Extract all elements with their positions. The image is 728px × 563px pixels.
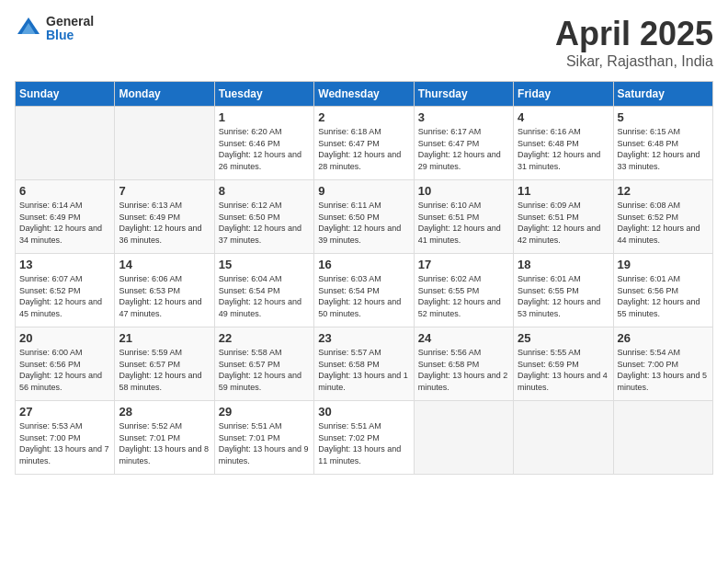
day-number: 26 [618,331,709,345]
day-number: 2 [318,110,409,124]
calendar-cell: 25Sunrise: 5:55 AM Sunset: 6:59 PM Dayli… [514,327,613,401]
logo-icon [15,15,42,42]
calendar-cell: 5Sunrise: 6:15 AM Sunset: 6:48 PM Daylig… [613,107,712,180]
calendar-cell: 18Sunrise: 6:01 AM Sunset: 6:55 PM Dayli… [514,254,613,327]
logo-blue-text: Blue [46,29,94,42]
calendar-cell: 24Sunrise: 5:56 AM Sunset: 6:58 PM Dayli… [414,327,513,401]
calendar-cell: 15Sunrise: 6:04 AM Sunset: 6:54 PM Dayli… [214,254,313,327]
location-subtitle: Sikar, Rajasthan, India [555,53,713,70]
day-info: Sunrise: 6:17 AM Sunset: 6:47 PM Dayligh… [418,126,509,172]
calendar-cell [16,107,115,180]
day-number: 24 [418,331,509,345]
day-header-tuesday: Tuesday [214,82,313,107]
day-info: Sunrise: 6:20 AM Sunset: 6:46 PM Dayligh… [219,126,310,172]
day-info: Sunrise: 6:00 AM Sunset: 6:56 PM Dayligh… [19,347,110,393]
day-number: 29 [219,405,310,419]
calendar-cell: 11Sunrise: 6:09 AM Sunset: 6:51 PM Dayli… [514,180,613,254]
calendar-cell: 14Sunrise: 6:06 AM Sunset: 6:53 PM Dayli… [115,254,214,327]
day-number: 22 [219,331,310,345]
day-header-monday: Monday [115,82,214,107]
day-number: 18 [518,258,609,271]
calendar-cell: 21Sunrise: 5:59 AM Sunset: 6:57 PM Dayli… [115,327,214,401]
calendar-table: SundayMondayTuesdayWednesdayThursdayFrid… [15,81,713,475]
day-number: 7 [119,184,210,198]
day-number: 3 [418,110,509,124]
calendar-cell: 30Sunrise: 5:51 AM Sunset: 7:02 PM Dayli… [314,401,414,475]
day-number: 8 [219,184,310,198]
day-info: Sunrise: 5:54 AM Sunset: 7:00 PM Dayligh… [618,347,709,393]
day-number: 4 [518,110,609,124]
calendar-week-row: 20Sunrise: 6:00 AM Sunset: 6:56 PM Dayli… [16,327,713,401]
day-header-sunday: Sunday [16,82,115,107]
month-title: April 2025 [555,15,713,53]
day-info: Sunrise: 5:56 AM Sunset: 6:58 PM Dayligh… [418,347,509,393]
calendar-cell: 28Sunrise: 5:52 AM Sunset: 7:01 PM Dayli… [115,401,214,475]
day-number: 21 [119,331,210,345]
calendar-cell: 10Sunrise: 6:10 AM Sunset: 6:51 PM Dayli… [414,180,513,254]
day-info: Sunrise: 6:06 AM Sunset: 6:53 PM Dayligh… [119,273,210,319]
day-info: Sunrise: 6:10 AM Sunset: 6:51 PM Dayligh… [418,200,509,246]
day-header-friday: Friday [514,82,613,107]
day-info: Sunrise: 6:14 AM Sunset: 6:49 PM Dayligh… [19,200,110,246]
header: General Blue April 2025 Sikar, Rajasthan… [15,15,713,70]
calendar-cell: 19Sunrise: 6:01 AM Sunset: 6:56 PM Dayli… [613,254,712,327]
logo: General Blue [15,15,94,43]
day-info: Sunrise: 5:58 AM Sunset: 6:57 PM Dayligh… [219,347,310,393]
day-header-saturday: Saturday [613,82,712,107]
calendar-cell: 8Sunrise: 6:12 AM Sunset: 6:50 PM Daylig… [214,180,313,254]
day-info: Sunrise: 6:15 AM Sunset: 6:48 PM Dayligh… [618,126,709,172]
day-number: 23 [318,331,409,345]
day-number: 12 [618,184,709,198]
calendar-week-row: 27Sunrise: 5:53 AM Sunset: 7:00 PM Dayli… [16,401,713,475]
day-number: 30 [318,405,409,419]
day-info: Sunrise: 5:57 AM Sunset: 6:58 PM Dayligh… [318,347,409,393]
calendar-cell: 16Sunrise: 6:03 AM Sunset: 6:54 PM Dayli… [314,254,414,327]
day-number: 11 [518,184,609,198]
day-header-thursday: Thursday [414,82,513,107]
day-info: Sunrise: 6:01 AM Sunset: 6:56 PM Dayligh… [618,273,709,319]
day-info: Sunrise: 5:55 AM Sunset: 6:59 PM Dayligh… [518,347,609,393]
day-number: 25 [518,331,609,345]
calendar-cell: 26Sunrise: 5:54 AM Sunset: 7:00 PM Dayli… [613,327,712,401]
calendar-week-row: 6Sunrise: 6:14 AM Sunset: 6:49 PM Daylig… [16,180,713,254]
day-number: 15 [219,258,310,271]
day-info: Sunrise: 6:02 AM Sunset: 6:55 PM Dayligh… [418,273,509,319]
day-info: Sunrise: 6:09 AM Sunset: 6:51 PM Dayligh… [518,200,609,246]
day-info: Sunrise: 6:01 AM Sunset: 6:55 PM Dayligh… [518,273,609,319]
title-area: April 2025 Sikar, Rajasthan, India [555,15,713,70]
calendar-body: 1Sunrise: 6:20 AM Sunset: 6:46 PM Daylig… [16,107,713,475]
day-info: Sunrise: 6:16 AM Sunset: 6:48 PM Dayligh… [518,126,609,172]
calendar-cell [514,401,613,475]
day-info: Sunrise: 6:08 AM Sunset: 6:52 PM Dayligh… [618,200,709,246]
day-info: Sunrise: 5:52 AM Sunset: 7:01 PM Dayligh… [119,420,210,466]
calendar-cell: 3Sunrise: 6:17 AM Sunset: 6:47 PM Daylig… [414,107,513,180]
day-number: 27 [19,405,110,419]
calendar-cell: 29Sunrise: 5:51 AM Sunset: 7:01 PM Dayli… [214,401,313,475]
calendar-cell: 4Sunrise: 6:16 AM Sunset: 6:48 PM Daylig… [514,107,613,180]
calendar-cell: 1Sunrise: 6:20 AM Sunset: 6:46 PM Daylig… [214,107,313,180]
calendar-cell: 6Sunrise: 6:14 AM Sunset: 6:49 PM Daylig… [16,180,115,254]
day-info: Sunrise: 6:11 AM Sunset: 6:50 PM Dayligh… [318,200,409,246]
day-number: 9 [318,184,409,198]
calendar-cell: 7Sunrise: 6:13 AM Sunset: 6:49 PM Daylig… [115,180,214,254]
day-number: 14 [119,258,210,271]
day-info: Sunrise: 5:51 AM Sunset: 7:01 PM Dayligh… [219,420,310,466]
day-info: Sunrise: 5:51 AM Sunset: 7:02 PM Dayligh… [318,420,409,466]
day-info: Sunrise: 5:53 AM Sunset: 7:00 PM Dayligh… [19,420,110,466]
day-number: 1 [219,110,310,124]
calendar-cell: 9Sunrise: 6:11 AM Sunset: 6:50 PM Daylig… [314,180,414,254]
day-number: 6 [19,184,110,198]
calendar-cell [613,401,712,475]
day-number: 20 [19,331,110,345]
calendar-cell: 20Sunrise: 6:00 AM Sunset: 6:56 PM Dayli… [16,327,115,401]
day-number: 19 [618,258,709,271]
day-number: 17 [418,258,509,271]
calendar-cell: 13Sunrise: 6:07 AM Sunset: 6:52 PM Dayli… [16,254,115,327]
calendar-cell: 17Sunrise: 6:02 AM Sunset: 6:55 PM Dayli… [414,254,513,327]
day-info: Sunrise: 6:18 AM Sunset: 6:47 PM Dayligh… [318,126,409,172]
calendar-cell: 27Sunrise: 5:53 AM Sunset: 7:00 PM Dayli… [16,401,115,475]
day-info: Sunrise: 6:07 AM Sunset: 6:52 PM Dayligh… [19,273,110,319]
calendar-cell [115,107,214,180]
day-info: Sunrise: 6:13 AM Sunset: 6:49 PM Dayligh… [119,200,210,246]
calendar-cell: 23Sunrise: 5:57 AM Sunset: 6:58 PM Dayli… [314,327,414,401]
